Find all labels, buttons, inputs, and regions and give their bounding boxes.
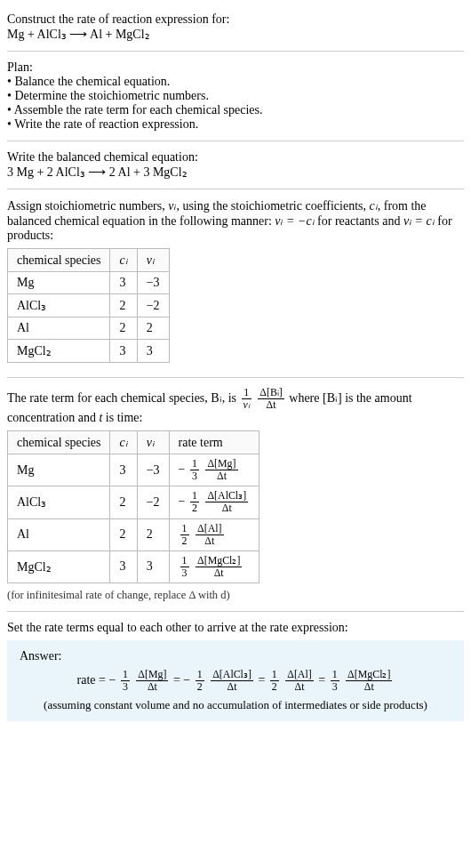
cell-species: MgCl₂	[8, 551, 110, 583]
plan-section: Plan: • Balance the chemical equation. •…	[7, 55, 464, 137]
intro-section: Construct the rate of reaction expressio…	[7, 7, 464, 47]
cell-c: 2	[110, 518, 137, 551]
fraction: 1 νᵢ	[242, 387, 251, 411]
cell-c: 2	[110, 294, 137, 317]
equals: =	[318, 673, 328, 687]
denominator: Δt	[196, 535, 223, 547]
cell-rateterm: 13 Δ[MgCl₂]Δt	[169, 551, 259, 583]
table-row: Al 2 2	[8, 317, 170, 340]
cell-species: Al	[8, 317, 110, 340]
col-nui: νᵢ	[137, 431, 169, 454]
denominator: 3	[190, 470, 199, 482]
sign: −	[179, 462, 186, 476]
answer-label: Answer:	[20, 649, 451, 663]
table-row: Mg 3 −3	[8, 272, 170, 294]
plan-item: • Write the rate of reaction expression.	[7, 117, 464, 132]
fraction: 12	[180, 523, 189, 547]
fraction: 13	[331, 669, 339, 693]
fraction: 13	[121, 669, 130, 693]
cell-species: AlCl₃	[8, 294, 110, 317]
divider	[7, 611, 464, 612]
denominator: Δt	[205, 502, 248, 514]
equals: =	[258, 673, 267, 687]
numerator: Δ[MgCl₂]	[196, 555, 242, 567]
text: for reactants and	[315, 214, 403, 228]
fraction: Δ[Bᵢ] Δt	[258, 387, 284, 411]
plan-title: Plan:	[7, 60, 464, 75]
intro-equation: Mg + AlCl₃ ⟶ Al + MgCl₂	[7, 27, 464, 42]
denominator: Δt	[346, 681, 392, 693]
text: The rate term for each chemical species,…	[7, 391, 240, 405]
numerator: Δ[MgCl₂]	[346, 669, 392, 681]
col-species: chemical species	[8, 249, 110, 272]
stoich-section: Assign stoichiometric numbers, νᵢ, using…	[7, 193, 464, 374]
cell-species: AlCl₃	[8, 486, 110, 518]
cell-c: 3	[110, 551, 137, 583]
col-nui: νᵢ	[137, 249, 169, 272]
cell-rateterm: 12 Δ[Al]Δt	[169, 518, 259, 551]
cell-species: Mg	[8, 272, 110, 294]
denominator: 2	[190, 502, 199, 514]
fraction: Δ[Al]Δt	[196, 523, 223, 547]
denominator: Δt	[258, 399, 284, 411]
table-header-row: chemical species cᵢ νᵢ rate term	[8, 431, 259, 454]
fraction: Δ[MgCl₂]Δt	[346, 669, 392, 693]
table-row: AlCl₃ 2 −2 − 12 Δ[AlCl₃]Δt	[8, 486, 259, 518]
divider	[7, 377, 464, 378]
col-ci: cᵢ	[110, 249, 137, 272]
cell-c: 3	[110, 272, 137, 294]
cell-nu: −2	[137, 486, 169, 518]
numerator: 1	[190, 458, 199, 470]
cell-nu: 3	[137, 551, 169, 583]
cell-nu: −3	[137, 454, 169, 486]
sign: −	[179, 494, 186, 508]
final-section: Set the rate terms equal to each other t…	[7, 615, 464, 727]
plan-item: • Determine the stoichiometric numbers.	[7, 89, 464, 103]
numerator: 1	[242, 387, 251, 399]
divider	[7, 51, 464, 52]
denominator: νᵢ	[242, 399, 251, 411]
numerator: Δ[Al]	[285, 669, 313, 681]
denominator: 3	[331, 681, 339, 693]
fraction: 12	[196, 669, 204, 693]
col-species: chemical species	[8, 431, 110, 454]
table-row: Mg 3 −3 − 13 Δ[Mg]Δt	[8, 454, 259, 486]
denominator: 2	[196, 681, 204, 693]
sign: −	[108, 673, 116, 687]
equals: =	[173, 673, 183, 687]
text: Assign stoichiometric numbers,	[7, 199, 168, 213]
intro-prompt: Construct the rate of reaction expressio…	[7, 12, 464, 27]
balanced-section: Write the balanced chemical equation: 3 …	[7, 145, 464, 185]
cell-c: 3	[110, 454, 137, 486]
denominator: Δt	[285, 681, 313, 693]
numerator: 1	[180, 523, 189, 535]
cell-nu: 3	[137, 340, 169, 363]
divider	[7, 141, 464, 141]
stoich-text: Assign stoichiometric numbers, νᵢ, using…	[7, 198, 464, 243]
cell-c: 3	[110, 340, 137, 363]
divider	[7, 189, 464, 189]
relation: νᵢ = −cᵢ	[275, 214, 314, 228]
table-row: MgCl₂ 3 3	[8, 340, 170, 363]
balanced-equation: 3 Mg + 2 AlCl₃ ⟶ 2 Al + 3 MgCl₂	[7, 165, 464, 180]
denominator: Δt	[205, 470, 237, 482]
numerator: Δ[Mg]	[136, 669, 168, 681]
col-rate: rate term	[169, 431, 259, 454]
rateterm-section: The rate term for each chemical species,…	[7, 382, 464, 607]
cell-nu: −3	[137, 272, 169, 294]
stoich-table: chemical species cᵢ νᵢ Mg 3 −3 AlCl₃ 2 −…	[7, 248, 170, 363]
rateterm-text: The rate term for each chemical species,…	[7, 387, 464, 425]
denominator: Δt	[136, 681, 168, 693]
denominator: 3	[121, 681, 130, 693]
cell-c: 2	[110, 317, 137, 340]
denominator: Δt	[211, 681, 253, 693]
rate-label: rate =	[77, 673, 109, 687]
fraction: 13	[180, 555, 189, 579]
numerator: Δ[AlCl₃]	[205, 490, 248, 502]
plan-item: • Balance the chemical equation.	[7, 75, 464, 89]
numerator: 1	[121, 669, 130, 681]
cell-nu: 2	[137, 518, 169, 551]
table-row: AlCl₃ 2 −2	[8, 294, 170, 317]
rateterm-note: (for infinitesimal rate of change, repla…	[7, 589, 464, 602]
denominator: 2	[180, 535, 189, 547]
